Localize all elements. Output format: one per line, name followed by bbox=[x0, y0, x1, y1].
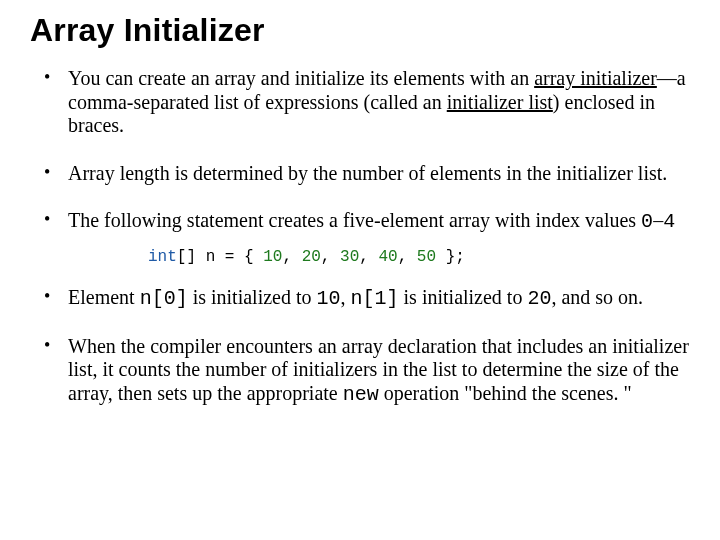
code-sep: , bbox=[321, 248, 340, 266]
bullet-list: You can create an array and initialize i… bbox=[30, 67, 690, 234]
text: , bbox=[341, 286, 351, 308]
text: is initialized to bbox=[399, 286, 528, 308]
bullet-item: When the compiler encounters an array de… bbox=[30, 335, 690, 407]
range-start: 0 bbox=[641, 210, 653, 233]
bullet-item: The following statement creates a five-e… bbox=[30, 209, 690, 234]
range-dash: – bbox=[653, 209, 663, 231]
text: Array length is determined by the number… bbox=[68, 162, 667, 184]
bullet-item: Element n[0] is initialized to 10, n[1] … bbox=[30, 286, 690, 311]
code-number: 40 bbox=[378, 248, 397, 266]
code-sep: , bbox=[398, 248, 417, 266]
code-text: n = { bbox=[206, 248, 264, 266]
text: Element bbox=[68, 286, 140, 308]
term-initializer-list: initializer list bbox=[447, 91, 553, 113]
text: operation "behind the scenes. " bbox=[379, 382, 632, 404]
range-end: 4 bbox=[663, 210, 675, 233]
code-sep: , bbox=[282, 248, 301, 266]
code-number: 50 bbox=[417, 248, 436, 266]
text: is initialized to bbox=[188, 286, 317, 308]
value: 20 bbox=[527, 287, 551, 310]
bullet-item: Array length is determined by the number… bbox=[30, 162, 690, 186]
code-text: [] bbox=[177, 248, 206, 266]
code-keyword: int bbox=[148, 248, 177, 266]
code-example: int[] n = { 10, 20, 30, 40, 50 }; bbox=[30, 248, 690, 266]
code-sep: , bbox=[359, 248, 378, 266]
code-number: 30 bbox=[340, 248, 359, 266]
code-number: 20 bbox=[302, 248, 321, 266]
code-text: }; bbox=[436, 248, 465, 266]
term-array-initializer: array initializer bbox=[534, 67, 657, 89]
bullet-list: Element n[0] is initialized to 10, n[1] … bbox=[30, 286, 690, 406]
code-inline: n[0] bbox=[140, 287, 188, 310]
code-keyword-inline: new bbox=[343, 383, 379, 406]
text: The following statement creates a five-e… bbox=[68, 209, 641, 231]
bullet-item: You can create an array and initialize i… bbox=[30, 67, 690, 138]
code-inline: n[1] bbox=[351, 287, 399, 310]
text: You can create an array and initialize i… bbox=[68, 67, 534, 89]
slide-title: Array Initializer bbox=[30, 12, 690, 49]
value: 10 bbox=[317, 287, 341, 310]
code-number: 10 bbox=[263, 248, 282, 266]
text: , and so on. bbox=[551, 286, 643, 308]
